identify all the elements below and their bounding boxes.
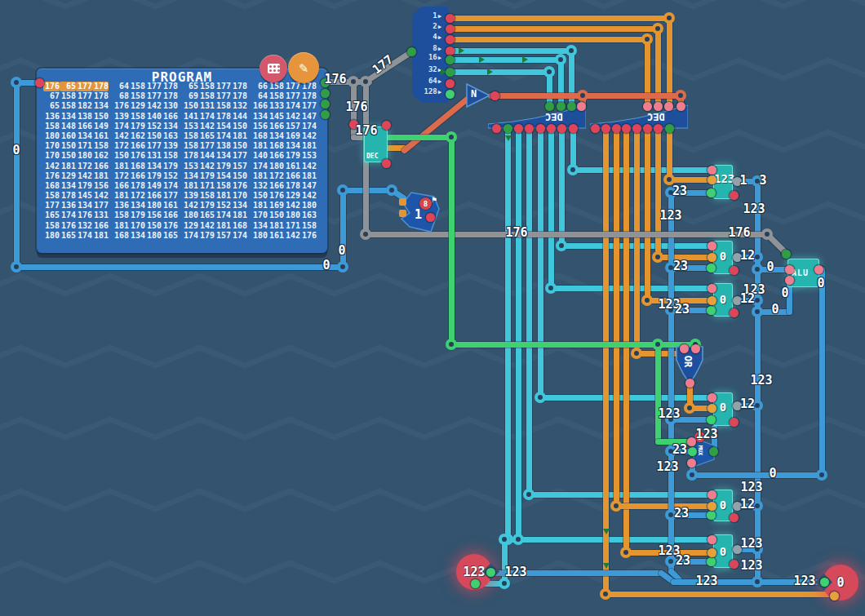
pin-dot — [691, 344, 700, 353]
pin-dot — [707, 511, 716, 520]
pin-dot — [676, 102, 685, 111]
pin-dot — [35, 78, 44, 87]
pin-dot — [446, 68, 455, 77]
pin-dot — [708, 166, 716, 175]
wire-node — [337, 261, 348, 273]
pin-dot — [707, 415, 716, 424]
wire-node — [543, 66, 555, 78]
pin-dot — [730, 308, 739, 317]
pin-dot — [654, 102, 663, 111]
wire-value-label: 23 — [673, 259, 688, 273]
wire-node — [446, 339, 457, 350]
pin-dot — [708, 253, 716, 262]
wire-value-label: 176 — [728, 225, 750, 240]
wire-value-label: 12 — [740, 497, 755, 512]
wire-node — [535, 392, 546, 403]
pin-dot — [680, 344, 689, 353]
pin-dot — [382, 159, 391, 168]
program-row: 1771361341771361341801611421791521341811… — [43, 199, 324, 209]
pin-dot — [830, 592, 839, 600]
direction-arrow-icon — [603, 563, 610, 569]
wire-segment — [634, 126, 640, 357]
wire-node — [545, 282, 557, 294]
wire-segment — [655, 342, 661, 445]
wire-node — [652, 251, 663, 263]
wire-value-label: 0 — [781, 286, 788, 300]
pin-dot — [486, 568, 495, 577]
pin-dot — [503, 124, 512, 133]
wire-value-label: 123 — [793, 574, 815, 588]
direction-arrow-icon — [603, 529, 610, 534]
wire-node — [386, 184, 397, 196]
wire-node — [816, 469, 827, 481]
wire-value-label: 1 — [739, 173, 747, 188]
splitter-output-label: 4▶ — [432, 33, 441, 42]
program-view-button[interactable] — [260, 55, 287, 82]
program-row: 1421811721661811681341791531421791571741… — [43, 160, 324, 170]
register-value: 0 — [714, 499, 732, 512]
wire-segment — [445, 69, 552, 75]
wire-segment — [614, 503, 715, 509]
pin-dot — [492, 124, 501, 133]
program-grid: 1766517717864158177178651581771786615817… — [43, 80, 324, 239]
wire-value-label: 12 — [740, 291, 755, 306]
circuit-canvas[interactable]: PROGRAM 17665177178641581771786515817717… — [0, 0, 865, 616]
pencil-icon: ✎ — [299, 60, 308, 75]
wire-value-label: 123 — [740, 480, 762, 494]
program-row: 1801601341611421621501631581651741811681… — [43, 130, 324, 140]
pin-dot — [708, 296, 716, 305]
program-edit-button[interactable]: ✎ — [288, 52, 319, 83]
program-row: 1361341381501391581401661411741781441341… — [43, 110, 324, 120]
pin-dot — [709, 447, 718, 456]
flag-icon: ⚑ — [432, 195, 437, 204]
program-memory-panel[interactable]: PROGRAM 17665177178641581771786515817717… — [37, 69, 327, 253]
wire-value-label: 23 — [672, 442, 687, 457]
wire-node — [499, 534, 510, 545]
wire-value-label: 0 — [322, 258, 330, 273]
pin-dot — [708, 242, 716, 250]
wire-segment — [445, 16, 672, 21]
wire-segment — [505, 126, 511, 543]
wire-node — [620, 547, 632, 558]
wire-node — [663, 12, 675, 24]
grid-icon — [268, 64, 280, 73]
program-row: 1701501801621501761311581781441341771401… — [43, 149, 324, 159]
pin-dot — [730, 191, 739, 200]
pin-dot — [707, 557, 716, 566]
pin-dot — [426, 213, 435, 222]
pin-dot — [687, 437, 696, 446]
byte-splitter[interactable]: 1▶2▶4▶8▶16▶32▶64▶128▶ — [412, 7, 448, 103]
pin-dot — [446, 47, 455, 55]
wire-node — [446, 131, 457, 143]
program-row: 1581761321661811701501761291421811681341… — [43, 219, 324, 229]
wire-value-label: 0 — [817, 276, 824, 290]
pin-dot — [601, 124, 610, 133]
pin-dot — [514, 124, 523, 133]
pin-dot — [446, 90, 455, 99]
register-value: 123 — [714, 172, 732, 185]
wire-segment — [14, 264, 346, 270]
wire-value-label: 23 — [675, 302, 690, 317]
pin-dot — [664, 102, 673, 111]
counter-input-tab — [399, 210, 406, 217]
wire-value-label: 123 — [658, 406, 680, 421]
pin-dot — [708, 502, 716, 511]
wire-segment — [645, 126, 650, 304]
program-row: 1761291421811721661791521341791541501811… — [43, 170, 324, 179]
wire-value-label: 123 — [695, 574, 717, 588]
pin-dot — [446, 24, 455, 33]
pin-dot — [569, 124, 578, 133]
wire-value-label: 123 — [740, 536, 762, 551]
wire-node — [684, 402, 695, 414]
wire-value-label: 176 — [345, 100, 367, 114]
pin-dot — [730, 513, 739, 522]
wire-node — [566, 45, 577, 56]
wire-node — [360, 228, 371, 240]
program-row: 1581781451421811721661771391581811701501… — [43, 189, 324, 199]
wire-value-label: 123 — [504, 565, 526, 579]
wire-node — [652, 23, 663, 34]
wire-node — [641, 33, 653, 45]
splitter-output-label: 2▶ — [432, 23, 441, 31]
wire-segment — [548, 126, 554, 291]
program-row: 1681341791561661781491741811711581761321… — [43, 179, 324, 189]
